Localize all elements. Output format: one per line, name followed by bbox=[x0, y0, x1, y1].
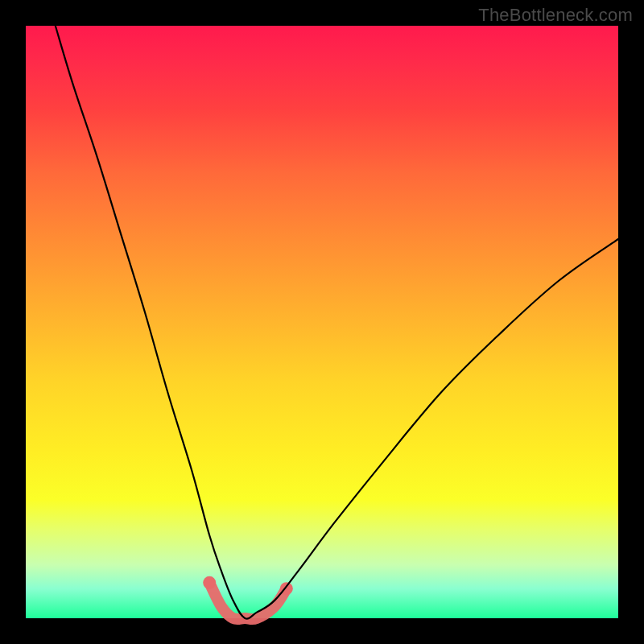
plot-area bbox=[26, 26, 618, 618]
optimal-band-start-dot bbox=[203, 576, 216, 589]
plot-svg bbox=[26, 26, 618, 618]
watermark-text: TheBottleneck.com bbox=[478, 5, 633, 26]
bottleneck-curve bbox=[56, 26, 618, 619]
chart-frame: TheBottleneck.com bbox=[0, 0, 644, 644]
